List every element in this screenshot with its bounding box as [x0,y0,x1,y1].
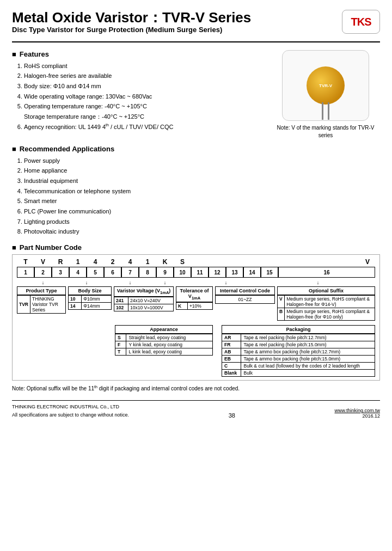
cell: 10x10 V=1000V [128,304,173,311]
table-row: T L kink lead, epoxy coating [115,348,213,356]
table-row: AB Tape & ammo box packing (hole pitch:1… [222,348,375,356]
pnc-num-cell: 3 [52,267,69,278]
pnc-letter: 1 [139,258,156,266]
pnc-num-cell: 10 [174,267,191,278]
optional-suffix-label: Optional Suffix [277,286,375,295]
cell: Medium surge series, RoHS compliant & Ha… [285,296,375,308]
varistor-lead-right [328,102,329,120]
table-row: 102 10x10 V=1000V [114,304,174,311]
cell: 241 [114,297,128,304]
pnc-num-cell: 16 [278,267,375,278]
internal-value: 01~ZZ [215,295,275,304]
pnc-num-cell: 8 [139,267,156,278]
cell: K [176,302,188,309]
list-item: Agency recognition: UL 1449 4th / cUL / … [24,122,271,132]
features-section: Features RoHS compliant Halogen-free ser… [12,45,380,139]
table-row: FR Tape & reel packing (hole pitch:15.0m… [222,341,375,348]
table-row: K +10% [176,302,213,309]
year: 2016.12 [334,413,380,419]
cell: Y kink lead, epoxy coating [126,341,213,348]
pnc-letter: S [174,258,191,266]
pnc-num-cell: 7 [121,267,139,278]
list-item: Lighting products [24,217,380,227]
table-row: TVR THINKING Varistor TVR Series [17,296,66,314]
cell: 102 [114,304,128,311]
cell: AR [222,334,241,341]
table-row: 241 24x10 V=240V [114,297,174,304]
arrow-product-type: ↓ [17,280,69,285]
cell: L kink lead, epoxy coating [126,348,213,356]
cell: EB [222,356,241,363]
subtitle: Disc Type Varistor for Surge Protection … [12,26,251,34]
list-item: PLC (Power line communication) [24,206,380,217]
list-item: Photovoltaic industry [24,226,380,237]
arrow-internal: ↓ [191,280,261,285]
cell: 24x10 V=240V [128,297,173,304]
packaging-label: Packaging [222,325,375,334]
list-item: Operating temperature range: -40°C ~ +10… [24,101,271,121]
cell: Φ10mm [82,296,112,303]
features-heading: Features [12,50,271,58]
pnc-letter: R [52,258,69,266]
cell: AB [222,348,241,356]
list-item: Halogen-free series are available [24,71,271,81]
cell: Tape & ammo box packing (hole pitch:15.0… [241,356,375,363]
list-item: Power supply [24,156,380,166]
voltage-label: Varistor Voltage (V1mA) [114,286,174,297]
pnc-letter: V [261,258,375,266]
features-col: Features RoHS compliant Halogen-free ser… [12,45,271,139]
cell: Medium surge series, RoHS compliant & Ha… [285,308,375,321]
table-row: V Medium surge series, RoHS compliant & … [278,296,375,308]
logo: TKS [342,10,380,34]
cell: TVR [17,296,30,314]
list-item: Body size: Φ10 and Φ14 mm [24,81,271,91]
cell: Tape & ammo box packing (hole pitch:12.7… [241,348,375,356]
arrow-voltage: ↓ [104,280,156,285]
table-row: B Medium surge series, RoHS compliant & … [278,308,375,321]
footer-left: THINKING ELECTRONIC INDUSTRIAL Co., LTD … [12,403,129,419]
cell: Tape & reel packing (hole pitch:12.7mm) [241,334,375,341]
list-item: Industrial equipment [24,176,380,186]
varistor-image: TVR-V [282,50,369,121]
cell: Φ14mm [82,303,112,310]
cell: T [115,348,126,356]
footer-right: www.thinking.com.tw 2016.12 [334,408,380,419]
cell: Bulk [241,370,375,377]
pnc-letter: 2 [104,258,121,266]
cell: S [115,334,126,341]
pnc-letter: 4 [87,258,104,266]
cell: THINKING Varistor TVR Series [30,296,66,314]
cell: C [222,363,241,370]
arrow-tolerance: ↓ [156,280,174,285]
table-row: C Bulk & cut lead (followed by the codes… [222,363,375,370]
part-number-heading: Part Number Code [12,243,380,252]
spacer [174,280,191,285]
note-line: Note: Optional suffix will be the 11th d… [12,385,380,391]
image-note: Note: V of the marking stands for TVR-V … [271,124,380,139]
pnc-num-cell: 14 [243,267,261,278]
pnc-letter: V [34,258,52,266]
list-item: RoHS compliant [24,61,271,71]
pnc-num-cell: 9 [156,267,174,278]
pnc-num-cell: 4 [69,267,87,278]
varistor-lead-left [322,102,323,120]
table-row: S Straight lead, epoxy coating [115,334,213,341]
cell: 14 [69,303,82,310]
arrow-optional: ↓ [261,280,375,285]
pnc-letter: 1 [69,258,87,266]
cell: FR [222,341,241,348]
pnc-num-cell: 11 [191,267,209,278]
image-col: TVR-V Note: V of the marking stands for … [271,45,380,139]
page-header: Metal Oxide Varistor：TVR-V Series Disc T… [12,10,380,42]
table-row: F Y kink lead, epoxy coating [115,341,213,348]
cell: Tape & reel packing (hole pitch:15.0mm) [241,341,375,348]
list-item: Home appliance [24,166,380,176]
table-row: EB Tape & ammo box packing (hole pitch:1… [222,356,375,363]
disclaimer: All specifications are subject to change… [12,411,129,419]
table-row: Blank Bulk [222,370,375,377]
product-type-label: Product Type [17,286,66,295]
table-row: 10 Φ10mm [69,296,112,303]
pnc-num-cell: 15 [261,267,278,278]
features-list: RoHS compliant Halogen-free series are a… [12,61,271,132]
appearance-label: Appearance [115,325,213,334]
